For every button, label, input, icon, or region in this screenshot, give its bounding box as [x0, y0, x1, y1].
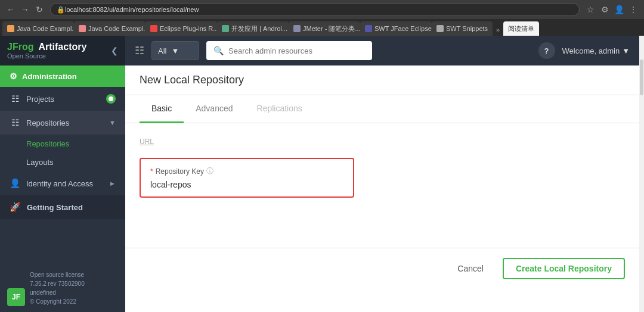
bookmark-icon[interactable]: ☆	[584, 5, 596, 14]
identity-label: Identity and Access	[26, 179, 103, 188]
main-container: ☷ All ▼ 🔍 ? Welcome, admin ▼ New Local R…	[125, 36, 639, 312]
filter-dropdown[interactable]: All ▼	[151, 41, 199, 60]
browser-controls: ← → ↻	[5, 4, 45, 15]
tab-navigation: Basic Advanced Replications	[125, 95, 639, 123]
extensions-icon[interactable]: ⚙	[599, 5, 611, 14]
tab-swt-jface[interactable]: SWT JFace Eclipse...	[360, 21, 432, 36]
sub-repos-label: Repositories	[26, 139, 69, 148]
url-bar[interactable]: 🔒 localhost:8082/ui/admin/repositories/l…	[50, 3, 580, 16]
chevron-right-icon: ►	[109, 180, 116, 187]
tab-basic-label: Basic	[151, 104, 172, 113]
scrollbar-track	[639, 36, 644, 312]
tab-favicon	[436, 25, 444, 32]
sidebar-brand: JFrog Artifactory	[7, 42, 86, 52]
url-hint: URL	[140, 138, 625, 146]
search-bar[interactable]: 🔍	[206, 41, 372, 60]
repos-icon: ☷	[10, 117, 20, 128]
refresh-button[interactable]: ↻	[33, 4, 45, 15]
actions-bar: Cancel Create Local Repository	[125, 248, 639, 289]
projects-label: Projects	[26, 95, 100, 104]
getting-started-label: Getting Started	[27, 203, 83, 212]
profile-icon[interactable]: 👤	[613, 5, 625, 14]
search-input[interactable]	[228, 46, 365, 55]
footer-info: Open source license 7.35.2 rev 73502900 …	[30, 270, 85, 306]
brand-jfrog: JFrog	[7, 42, 33, 52]
brand-opensource: Open Source	[7, 52, 86, 60]
page-header: New Local Repository	[125, 65, 639, 95]
sidebar-item-getting-started[interactable]: 🚀 Getting Started	[0, 195, 125, 219]
field-label: * Repository Key ⓘ	[150, 166, 343, 176]
tab-label: JMeter - 随笔分类...	[303, 24, 360, 33]
user-label: Welcome, admin	[562, 46, 620, 55]
field-label-text: Repository Key	[156, 167, 204, 176]
tab-label: Eclipse Plug-ins R...	[160, 25, 217, 32]
sidebar-item-projects[interactable]: ☷ Projects	[0, 87, 125, 111]
help-icon[interactable]: ⓘ	[206, 166, 213, 176]
form-area: URL * Repository Key ⓘ	[125, 123, 639, 212]
tab-java1[interactable]: Java Code Exampl...	[2, 21, 74, 36]
help-button[interactable]: ?	[538, 42, 555, 59]
browser-bar: ← → ↻ 🔒 localhost:8082/ui/admin/reposito…	[0, 0, 644, 19]
tab-label: SWT Snippets	[446, 25, 488, 32]
tab-label: Java Code Exampl...	[88, 25, 145, 32]
brand-artifactory: Artifactory	[38, 42, 86, 52]
tab-jmeter[interactable]: JMeter - 随笔分类...	[289, 21, 360, 36]
sidebar-sub-repositories[interactable]: Repositories	[0, 135, 125, 153]
sidebar-item-identity[interactable]: 👤 Identity and Access ►	[0, 171, 125, 195]
browser-tabs-bar: Java Code Exampl... Java Code Exampl... …	[0, 19, 644, 36]
section-admin-label: Administration	[22, 72, 77, 81]
back-button[interactable]: ←	[5, 4, 17, 15]
footer-version: 7.35.2 rev 73502900	[30, 279, 85, 288]
forward-button[interactable]: →	[19, 4, 31, 15]
tab-replications[interactable]: Replications	[245, 95, 314, 123]
tab-advanced-label: Advanced	[196, 104, 233, 113]
repositories-label: Repositories	[26, 118, 103, 127]
sidebar-sub-layouts[interactable]: Layouts	[0, 153, 125, 171]
chevron-down-icon: ▼	[109, 119, 116, 126]
tab-advanced[interactable]: Advanced	[184, 95, 244, 123]
dropdown-label: All	[158, 46, 166, 55]
create-repository-button[interactable]: Create Local Repository	[503, 258, 625, 279]
sub-layouts-label: Layouts	[26, 158, 54, 167]
person-icon: 👤	[10, 178, 20, 189]
tab-replications-label: Replications	[257, 104, 302, 113]
sidebar-collapse-button[interactable]: ❮	[111, 46, 118, 55]
tab-favicon	[7, 25, 14, 32]
sidebar-item-repositories[interactable]: ☷ Repositories ▼	[0, 111, 125, 135]
tab-label: SWT JFace Eclipse...	[374, 25, 432, 32]
url-text: localhost:8082/ui/admin/repositories/loc…	[65, 6, 199, 13]
tab-basic[interactable]: Basic	[140, 95, 184, 123]
footer-logo: JF	[7, 288, 25, 306]
repository-key-field: * Repository Key ⓘ	[140, 158, 354, 198]
url-hint-text: URL	[140, 138, 154, 146]
projects-badge	[106, 94, 116, 104]
apps-icon[interactable]: ☷	[135, 44, 144, 57]
sidebar-section-admin: ⚙ Administration	[0, 65, 125, 87]
tab-android[interactable]: 开发应用 | Androi...	[217, 21, 289, 36]
scrollbar-thumb[interactable]	[640, 60, 643, 95]
user-chevron: ▼	[622, 46, 630, 55]
sidebar-footer: JF Open source license 7.35.2 rev 735029…	[0, 264, 125, 312]
topbar: ☷ All ▼ 🔍 ? Welcome, admin ▼	[125, 36, 639, 65]
repository-key-input[interactable]	[150, 180, 343, 189]
help-label: ?	[544, 46, 549, 55]
required-marker: *	[150, 167, 153, 176]
cancel-button[interactable]: Cancel	[448, 259, 493, 278]
tab-java2[interactable]: Java Code Exampl...	[74, 21, 145, 36]
tab-label: 阅读清单	[508, 24, 534, 33]
tab-label: Java Code Exampl...	[17, 25, 74, 32]
tab-eclipse[interactable]: Eclipse Plug-ins R...	[145, 21, 217, 36]
grid-icon: ☷	[10, 93, 20, 104]
tab-swt-snippets[interactable]: SWT Snippets	[432, 21, 493, 36]
menu-icon[interactable]: ⋮	[627, 5, 639, 14]
tab-reading-list[interactable]: 阅读清单	[503, 21, 539, 36]
footer-undef: undefined	[30, 288, 85, 297]
tabs-more-button[interactable]: »	[493, 24, 503, 36]
footer-copyright: © Copyright 2022	[30, 297, 85, 306]
sidebar-header: JFrog Artifactory Open Source ❮	[0, 36, 125, 65]
search-icon: 🔍	[213, 46, 224, 55]
tab-favicon	[222, 25, 229, 32]
sidebar-logo: JFrog Artifactory Open Source	[7, 42, 86, 60]
user-menu[interactable]: Welcome, admin ▼	[562, 46, 630, 55]
sidebar: JFrog Artifactory Open Source ❮ ⚙ Admini…	[0, 36, 125, 312]
